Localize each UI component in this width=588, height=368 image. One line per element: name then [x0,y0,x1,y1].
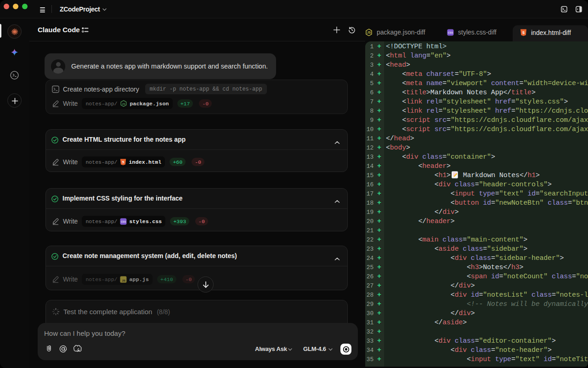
svg-text:5: 5 [522,30,525,35]
svg-text:CSS: CSS [448,31,453,34]
svg-text:5: 5 [122,160,124,164]
svg-text:JS: JS [122,279,126,282]
svg-text:JS: JS [367,31,371,34]
svg-text:CSS: CSS [121,220,126,223]
svg-text:JS: JS [122,102,125,105]
